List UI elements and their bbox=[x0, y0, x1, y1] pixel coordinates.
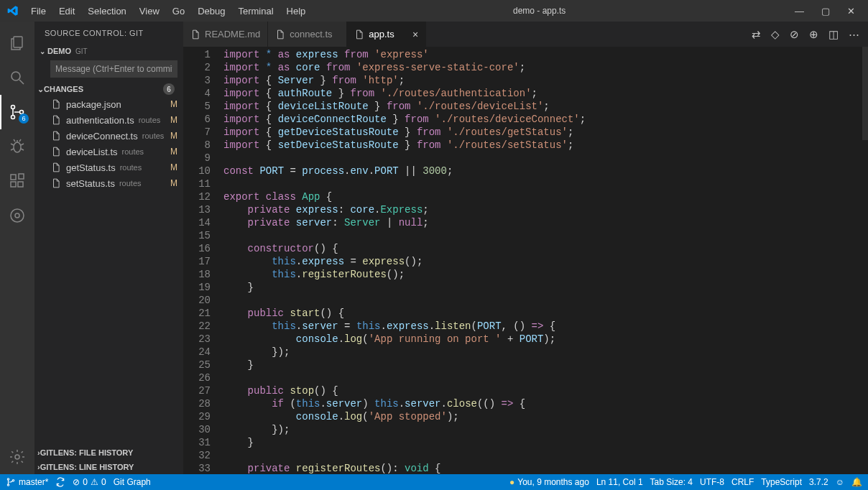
status-tab-size[interactable]: Tab Size: 4 bbox=[650, 477, 693, 487]
tabs-row: README.mdconnect.tsapp.ts× ⇄ ◇ ⊘ ⊕ ◫ ⋯ bbox=[183, 22, 868, 47]
activity-source-control[interactable]: 6 bbox=[0, 95, 34, 129]
discard-icon[interactable]: ⊘ bbox=[790, 28, 799, 41]
file-dir: routes bbox=[139, 116, 161, 124]
file-name: deviceList.ts bbox=[66, 147, 118, 157]
changed-file-item[interactable]: authentication.tsroutesM bbox=[34, 112, 183, 128]
changed-file-item[interactable]: deviceList.tsroutesM bbox=[34, 144, 183, 160]
changes-count-badge: 6 bbox=[163, 83, 175, 95]
menu-debug[interactable]: Debug bbox=[192, 3, 231, 19]
editor-tab[interactable]: app.ts× bbox=[347, 22, 426, 47]
menu-selection[interactable]: Selection bbox=[82, 3, 131, 19]
activity-extensions[interactable] bbox=[0, 164, 34, 198]
status-bell-icon[interactable]: 🔔 bbox=[851, 477, 862, 487]
activity-search[interactable] bbox=[0, 60, 34, 95]
editor-group: README.mdconnect.tsapp.ts× ⇄ ◇ ⊘ ⊕ ◫ ⋯ 1… bbox=[183, 22, 868, 474]
changes-file-list: package.jsonMauthentication.tsroutesMdev… bbox=[34, 96, 183, 191]
status-blame[interactable]: ● You, 9 months ago bbox=[509, 477, 589, 487]
commit-message-input[interactable] bbox=[50, 60, 177, 78]
split-editor-icon[interactable]: ◫ bbox=[828, 28, 839, 41]
file-name: getStatus.ts bbox=[66, 162, 116, 173]
tab-label: README.md bbox=[205, 29, 260, 40]
status-git-graph[interactable]: Git Graph bbox=[114, 477, 151, 487]
svg-point-6 bbox=[14, 142, 21, 152]
more-actions-icon[interactable]: ⋯ bbox=[849, 28, 859, 41]
changes-header[interactable]: ⌄ CHANGES 6 bbox=[34, 82, 183, 96]
file-status: M bbox=[170, 115, 179, 125]
editor[interactable]: 1234567891011121314151617181920212223242… bbox=[183, 47, 868, 474]
sidebar: SOURCE CONTROL: GIT ⌄ DEMO GIT ⌄ CHANGES… bbox=[34, 22, 183, 474]
editor-tab[interactable]: connect.ts bbox=[268, 22, 347, 47]
file-status: M bbox=[170, 99, 179, 109]
open-changes-icon[interactable]: ◇ bbox=[771, 28, 780, 41]
svg-rect-9 bbox=[18, 182, 23, 187]
file-name: setStatus.ts bbox=[66, 178, 115, 189]
status-feedback-icon[interactable]: ☺ bbox=[836, 477, 844, 487]
activity-settings[interactable] bbox=[0, 440, 34, 474]
svg-rect-0 bbox=[14, 37, 22, 47]
maximize-icon[interactable]: ▢ bbox=[821, 6, 830, 17]
menu-view[interactable]: View bbox=[134, 3, 165, 19]
file-icon bbox=[50, 130, 62, 142]
svg-rect-8 bbox=[11, 182, 16, 187]
file-name: authentication.ts bbox=[66, 115, 134, 126]
activity-gitlens[interactable] bbox=[0, 198, 34, 233]
close-icon[interactable]: ✕ bbox=[847, 6, 855, 17]
menu-go[interactable]: Go bbox=[167, 3, 190, 19]
scm-badge: 6 bbox=[19, 114, 29, 124]
repo-header[interactable]: ⌄ DEMO GIT bbox=[34, 45, 183, 57]
svg-rect-10 bbox=[19, 174, 24, 179]
status-problems[interactable]: ⊘0 ⚠0 bbox=[73, 477, 106, 487]
person-icon: ● bbox=[509, 477, 514, 487]
svg-point-15 bbox=[7, 484, 9, 486]
file-dir: routes bbox=[119, 179, 142, 188]
status-ts-version[interactable]: 3.7.2 bbox=[809, 477, 828, 487]
tab-label: app.ts bbox=[369, 29, 394, 40]
stage-icon[interactable]: ⊕ bbox=[809, 28, 818, 41]
svg-line-2 bbox=[19, 80, 24, 84]
menu-edit[interactable]: Edit bbox=[53, 3, 80, 19]
status-sync[interactable] bbox=[55, 477, 65, 487]
repo-provider: GIT bbox=[75, 47, 88, 55]
file-dir: routes bbox=[120, 163, 142, 172]
vscode-logo-icon bbox=[0, 5, 25, 17]
svg-point-12 bbox=[15, 213, 19, 218]
minimap[interactable] bbox=[862, 47, 868, 474]
changed-file-item[interactable]: setStatus.tsroutesM bbox=[34, 175, 183, 191]
status-branch[interactable]: master* bbox=[6, 477, 48, 487]
status-cursor-position[interactable]: Ln 11, Col 1 bbox=[596, 477, 643, 487]
svg-point-11 bbox=[11, 209, 24, 222]
file-status: M bbox=[170, 178, 179, 188]
file-icon bbox=[50, 114, 62, 126]
file-name: package.json bbox=[66, 99, 121, 110]
status-language[interactable]: TypeScript bbox=[761, 477, 802, 487]
menubar: File Edit Selection View Go Debug Termin… bbox=[25, 3, 311, 19]
activity-explorer[interactable] bbox=[0, 26, 34, 60]
changed-file-item[interactable]: deviceConnect.tsroutesM bbox=[34, 128, 183, 144]
activity-debug[interactable] bbox=[0, 129, 34, 164]
compare-changes-icon[interactable]: ⇄ bbox=[752, 28, 761, 41]
tab-label: connect.ts bbox=[290, 29, 332, 40]
menu-file[interactable]: File bbox=[25, 3, 52, 19]
line-gutter: 1234567891011121314151617181920212223242… bbox=[183, 47, 223, 474]
gitlens-file-history[interactable]: › GITLENS: FILE HISTORY bbox=[34, 445, 183, 460]
status-eol[interactable]: CRLF bbox=[731, 477, 754, 487]
minimize-icon[interactable]: — bbox=[795, 6, 804, 17]
file-dir: routes bbox=[122, 147, 144, 156]
window-title: demo - app.ts bbox=[311, 6, 767, 16]
editor-tab[interactable]: README.md bbox=[183, 22, 268, 47]
gitlens-line-history[interactable]: › GITLENS: LINE HISTORY bbox=[34, 460, 183, 474]
svg-point-14 bbox=[7, 479, 9, 480]
sidebar-title: SOURCE CONTROL: GIT bbox=[34, 22, 183, 45]
menu-terminal[interactable]: Terminal bbox=[232, 3, 279, 19]
close-tab-icon[interactable]: × bbox=[412, 29, 418, 40]
svg-point-1 bbox=[11, 72, 20, 80]
svg-point-3 bbox=[11, 106, 15, 109]
minimap-slider[interactable] bbox=[862, 47, 868, 140]
changed-file-item[interactable]: package.jsonM bbox=[34, 96, 183, 112]
file-icon bbox=[275, 29, 285, 40]
code-content[interactable]: import * as express from 'express'import… bbox=[223, 47, 862, 474]
menu-help[interactable]: Help bbox=[281, 3, 312, 19]
changed-file-item[interactable]: getStatus.tsroutesM bbox=[34, 160, 183, 175]
activitybar: 6 bbox=[0, 22, 34, 474]
status-encoding[interactable]: UTF-8 bbox=[700, 477, 724, 487]
